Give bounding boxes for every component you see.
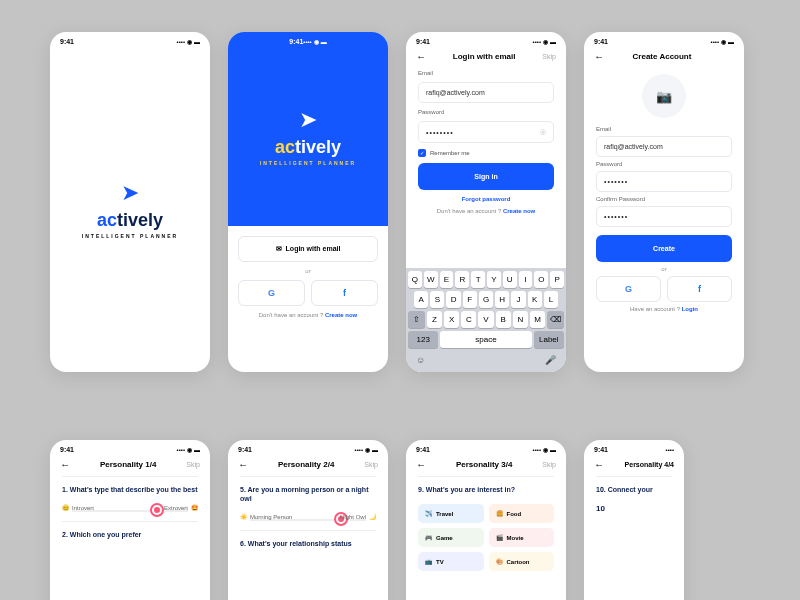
key-w[interactable]: W — [424, 271, 438, 288]
key-g[interactable]: G — [479, 291, 493, 308]
key-t[interactable]: T — [471, 271, 485, 288]
avatar-upload[interactable]: 📷 — [642, 74, 686, 118]
email-field[interactable]: rafiq@actively.com — [418, 82, 554, 103]
or-divider: or — [596, 266, 732, 272]
create-now-link[interactable]: Create now — [325, 312, 357, 318]
key-k[interactable]: K — [528, 291, 542, 308]
skip-link[interactable]: Skip — [542, 53, 556, 60]
status-bar: 9:41••••◉▬ — [50, 32, 210, 47]
slider-q1[interactable]: 😊Introvert Extrovert🤩 — [50, 498, 210, 521]
key-u[interactable]: U — [503, 271, 517, 288]
key-c[interactable]: C — [461, 311, 476, 328]
camera-icon: 📷 — [656, 89, 672, 104]
key-n[interactable]: N — [513, 311, 528, 328]
signin-button[interactable]: Sign in — [418, 163, 554, 190]
skip-link[interactable]: Skip — [542, 461, 556, 468]
skip-link[interactable]: Skip — [186, 461, 200, 468]
interest-cartoon[interactable]: 🎨Cartoon — [489, 552, 555, 571]
key-m[interactable]: M — [530, 311, 545, 328]
screen-login: 9:41••••◉▬ ←Login with emailSkip Email r… — [406, 32, 566, 372]
confirm-password-field[interactable]: ••••••• — [596, 206, 732, 227]
interest-icon: 🎮 — [425, 534, 432, 541]
tagline: INTELLIGENT PLANNER — [82, 233, 178, 239]
plane-icon: ➤ — [121, 180, 139, 206]
email-label: Email — [596, 126, 732, 132]
forgot-password-link[interactable]: Forgot password — [418, 196, 554, 202]
screen-create: 9:41••••◉▬ ←Create Account 📷 Email rafiq… — [584, 32, 744, 372]
interest-tv[interactable]: 📺TV — [418, 552, 484, 571]
password-label: Password — [596, 161, 732, 167]
page-title: Personality 4/4 — [625, 461, 674, 468]
status-bar: 9:41••••◉▬ — [406, 32, 566, 47]
key-j[interactable]: J — [511, 291, 525, 308]
login-link[interactable]: Login — [682, 306, 698, 312]
screen-personality-1: 9:41••••◉▬ ←Personality 1/4Skip 1. What'… — [50, 440, 210, 600]
key-y[interactable]: Y — [487, 271, 501, 288]
key-r[interactable]: R — [455, 271, 469, 288]
password-field[interactable]: ••••••••◎ — [418, 121, 554, 143]
remember-me-checkbox[interactable]: ✓Remember me — [418, 149, 554, 157]
key-z[interactable]: Z — [427, 311, 442, 328]
key-s[interactable]: S — [430, 291, 444, 308]
key-h[interactable]: H — [495, 291, 509, 308]
emoji-icon[interactable]: ☺ — [416, 355, 425, 365]
interest-icon: 🎨 — [496, 558, 503, 565]
logo: actively — [275, 137, 341, 158]
confirm-password-label: Confirm Password — [596, 196, 732, 202]
back-icon[interactable]: ← — [416, 459, 426, 470]
key-l[interactable]: L — [544, 291, 558, 308]
password-field[interactable]: ••••••• — [596, 171, 732, 192]
create-button[interactable]: Create — [596, 235, 732, 262]
key-q[interactable]: Q — [408, 271, 422, 288]
eye-icon[interactable]: ◎ — [540, 128, 546, 136]
sun-icon: ☀️ — [240, 513, 247, 520]
login-email-button[interactable]: ✉Login with email — [238, 236, 378, 262]
slider-thumb[interactable] — [152, 505, 162, 515]
key-e[interactable]: E — [440, 271, 454, 288]
key-b[interactable]: B — [496, 311, 511, 328]
back-icon[interactable]: ← — [416, 51, 426, 62]
key-f[interactable]: F — [463, 291, 477, 308]
back-icon[interactable]: ← — [594, 51, 604, 62]
password-label: Password — [418, 109, 554, 115]
interest-game[interactable]: 🎮Game — [418, 528, 484, 547]
email-field[interactable]: rafiq@actively.com — [596, 136, 732, 157]
space-key[interactable]: space — [440, 331, 531, 348]
question-9: 9. What's you are interest in? — [418, 485, 554, 494]
delete-key[interactable]: ⌫ — [547, 311, 564, 328]
keyboard[interactable]: QWERTYUIOP ASDFGHJKL ⇧ZXCVBNM⌫ 123spaceL… — [406, 268, 566, 372]
google-button[interactable]: G — [238, 280, 305, 306]
status-bar: 9:41••••◉▬ — [584, 32, 744, 47]
key-v[interactable]: V — [478, 311, 493, 328]
create-now-link[interactable]: Create now — [503, 208, 535, 214]
google-button[interactable]: G — [596, 276, 661, 302]
num-key[interactable]: 123 — [408, 331, 438, 348]
interest-food[interactable]: 🍔Food — [489, 504, 555, 523]
key-i[interactable]: I — [519, 271, 533, 288]
interest-movie[interactable]: 🎬Movie — [489, 528, 555, 547]
key-o[interactable]: O — [534, 271, 548, 288]
back-icon[interactable]: ← — [594, 459, 604, 470]
mic-icon[interactable]: 🎤 — [545, 355, 556, 365]
key-a[interactable]: A — [414, 291, 428, 308]
facebook-button[interactable]: f — [667, 276, 732, 302]
email-label: Email — [418, 70, 554, 76]
status-bar: 9:41••••◉▬ — [228, 440, 388, 455]
screen-auth: 9:41••••◉▬ ➤ actively INTELLIGENT PLANNE… — [228, 32, 388, 372]
facebook-button[interactable]: f — [311, 280, 378, 306]
page-title: Personality 3/4 — [456, 460, 512, 469]
back-icon[interactable]: ← — [60, 459, 70, 470]
login-prompt: Have an account ? Login — [596, 306, 732, 312]
key-d[interactable]: D — [446, 291, 460, 308]
interest-travel[interactable]: ✈️Travel — [418, 504, 484, 523]
slider-q5[interactable]: ☀️Morning Person Night Owl🌙 — [228, 507, 388, 530]
skip-link[interactable]: Skip — [364, 461, 378, 468]
google-icon: G — [268, 288, 275, 298]
shift-key[interactable]: ⇧ — [408, 311, 425, 328]
back-icon[interactable]: ← — [238, 459, 248, 470]
key-x[interactable]: X — [444, 311, 459, 328]
key-p[interactable]: P — [550, 271, 564, 288]
label-key[interactable]: Label — [534, 331, 564, 348]
page-title: Login with email — [453, 52, 516, 61]
introvert-icon: 😊 — [62, 504, 69, 511]
